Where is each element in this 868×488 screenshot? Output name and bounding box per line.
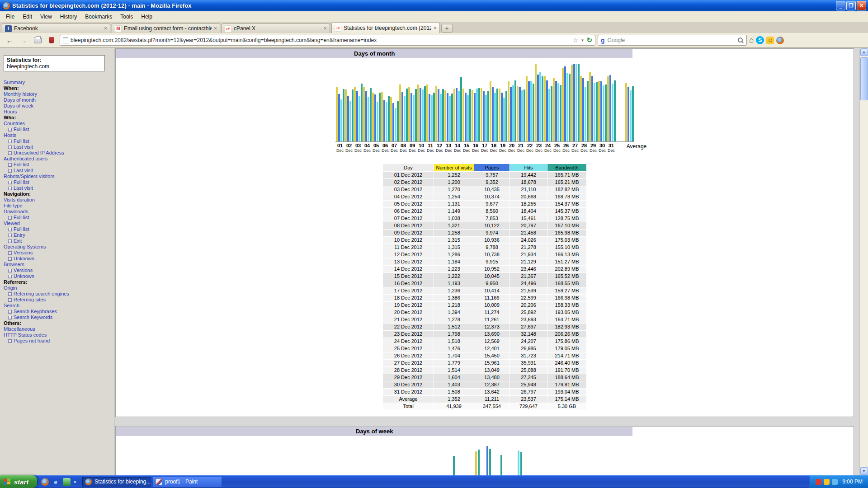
sidebar-link[interactable]: Robots/Spiders visitors xyxy=(4,174,111,179)
sidebar-link[interactable]: Pages not found xyxy=(4,338,111,344)
tray-security-icon[interactable] xyxy=(816,479,821,485)
tab-close-icon[interactable]: × xyxy=(324,25,327,32)
browser-tab[interactable]: cPStatistics for bleepingtech.com (2012-… xyxy=(331,23,440,33)
sidebar-link[interactable]: Origin xyxy=(4,285,111,291)
sidebar-link[interactable]: Monthly history xyxy=(4,91,111,97)
skype-icon[interactable]: S xyxy=(756,36,764,44)
forward-button[interactable]: → xyxy=(18,35,29,46)
browser-tab[interactable]: MEmail using contact form - contactbleep… xyxy=(112,23,220,33)
sidebar-link[interactable]: Search Keywords xyxy=(4,314,111,320)
table-header: Hits xyxy=(510,164,547,171)
search-input[interactable]: Google xyxy=(608,37,735,43)
sidebar-link[interactable]: Operating Systems xyxy=(4,244,111,250)
back-button[interactable]: ← xyxy=(4,35,15,46)
quicklaunch-overflow-icon[interactable]: » xyxy=(74,479,77,485)
url-text[interactable]: bleepingtech.com:2082/awstats.pl?month=1… xyxy=(71,37,571,43)
sidebar-link[interactable]: Full list xyxy=(4,162,111,168)
table-cell: 1,476 xyxy=(434,345,474,352)
sidebar-link[interactable]: Exit xyxy=(4,238,111,244)
ie-quicklaunch-icon[interactable]: e xyxy=(52,478,60,486)
sidebar-link[interactable]: Viewed xyxy=(4,221,111,226)
scroll-up-icon[interactable]: ▲ xyxy=(860,48,868,56)
sidebar-link[interactable]: Unresolved IP Address xyxy=(4,150,111,156)
maximize-button[interactable]: ❐ xyxy=(846,1,856,10)
sidebar-link[interactable]: File type xyxy=(4,203,111,209)
print-button[interactable] xyxy=(32,35,43,46)
table-cell: 27,245 xyxy=(510,374,547,381)
sidebar-link[interactable]: Entry xyxy=(4,232,111,238)
search-box[interactable]: g Google xyxy=(598,35,747,46)
menu-file[interactable]: File xyxy=(2,12,19,21)
tab-close-icon[interactable]: × xyxy=(434,25,437,31)
smiley-icon[interactable]: ☺ xyxy=(766,37,774,44)
start-button[interactable]: start xyxy=(0,475,37,488)
messenger-quicklaunch-icon[interactable] xyxy=(63,478,71,486)
sidebar-link[interactable]: Last visit xyxy=(4,144,111,150)
sidebar-link[interactable]: Summary xyxy=(4,80,111,85)
vertical-scrollbar[interactable]: ▲ ▼ xyxy=(859,48,868,475)
minimize-button[interactable]: _ xyxy=(836,1,845,10)
search-magnifier-icon[interactable] xyxy=(738,38,744,43)
sidebar-link[interactable]: Versions xyxy=(4,250,111,256)
firefox-app-icon[interactable] xyxy=(776,37,784,44)
sidebar-link[interactable]: Unknown xyxy=(4,256,111,262)
tray-network-icon[interactable] xyxy=(832,479,838,485)
tray-update-icon[interactable] xyxy=(824,479,830,485)
tab-label: Email using contact form - contactbleepi… xyxy=(124,25,212,32)
chart-bar xyxy=(395,108,396,141)
table-cell: 24,496 xyxy=(510,280,547,287)
close-button[interactable]: ✕ xyxy=(857,1,866,10)
sidebar-link[interactable]: Last visit xyxy=(4,168,111,174)
sidebar-link[interactable]: Downloads xyxy=(4,209,111,215)
sidebar-link[interactable]: Unknown xyxy=(4,273,111,279)
sidebar-link[interactable]: Hours xyxy=(4,109,111,115)
sidebar-link[interactable]: Full list xyxy=(4,138,111,144)
window-titlebar[interactable]: Statistics for bleepingtech.com (2012-12… xyxy=(0,0,868,11)
browser-tab[interactable]: fFacebook× xyxy=(2,23,110,33)
new-tab-button[interactable]: + xyxy=(441,24,453,33)
sidebar-link[interactable]: Authenticated users xyxy=(4,156,111,162)
url-bar[interactable]: bleepingtech.com:2082/awstats.pl?month=1… xyxy=(60,35,595,46)
sidebar-link[interactable]: Full list xyxy=(4,179,111,185)
menu-edit[interactable]: Edit xyxy=(19,12,36,21)
sidebar-link[interactable]: Full list xyxy=(4,226,111,232)
sidebar-link[interactable]: Browsers xyxy=(4,262,111,267)
sidebar-link[interactable]: Days of week xyxy=(4,103,111,109)
sidebar-link[interactable]: Visits duration xyxy=(4,197,111,203)
sidebar-link[interactable]: Miscellaneous xyxy=(4,326,111,332)
sidebar-link[interactable]: Search xyxy=(4,303,111,309)
sidebar-link[interactable]: Days of month xyxy=(4,97,111,103)
menu-bookmarks[interactable]: Bookmarks xyxy=(81,12,116,21)
chart-bar xyxy=(401,92,403,141)
browser-tab[interactable]: cPcPanel X× xyxy=(222,23,330,33)
menu-help[interactable]: Help xyxy=(137,12,156,21)
reload-icon[interactable]: ↻ xyxy=(586,36,592,44)
taskbar-button[interactable]: Statistics for bleeping... xyxy=(82,477,151,487)
bookmark-star-icon[interactable]: ☆ xyxy=(573,37,579,44)
sidebar-link[interactable]: HTTP Status codes xyxy=(4,332,111,338)
home-button[interactable]: ⌂ xyxy=(749,36,754,45)
taskbar-button[interactable]: proof1 - Paint xyxy=(153,477,222,487)
menu-history[interactable]: History xyxy=(56,12,81,21)
sidebar-link[interactable]: Referring sites xyxy=(4,297,111,303)
sidebar-link[interactable]: Versions xyxy=(4,267,111,273)
sidebar-link[interactable]: Countries xyxy=(4,121,111,127)
addon-button[interactable] xyxy=(46,35,57,46)
sidebar-link[interactable]: Search Keyphrases xyxy=(4,309,111,314)
scroll-down-icon[interactable]: ▼ xyxy=(860,467,868,475)
tab-close-icon[interactable]: × xyxy=(214,25,217,32)
sidebar-link[interactable]: Referring search engines xyxy=(4,291,111,297)
firefox-quicklaunch-icon[interactable] xyxy=(41,478,49,486)
sidebar-link[interactable]: Last visit xyxy=(4,185,111,191)
sidebar-link[interactable]: Hosts xyxy=(4,132,111,138)
tab-close-icon[interactable]: × xyxy=(104,25,107,32)
sidebar-link[interactable]: Full list xyxy=(4,215,111,221)
scrollbar-track[interactable] xyxy=(860,56,868,467)
scrollbar-thumb[interactable] xyxy=(860,57,868,100)
menu-view[interactable]: View xyxy=(36,12,56,21)
table-cell: 02 Dec 2012 xyxy=(383,179,434,186)
sidebar-link[interactable]: Full list xyxy=(4,127,111,132)
url-dropdown-icon[interactable]: ▼ xyxy=(581,38,585,42)
table-cell: 20,206 xyxy=(510,302,547,309)
menu-tools[interactable]: Tools xyxy=(116,12,137,21)
